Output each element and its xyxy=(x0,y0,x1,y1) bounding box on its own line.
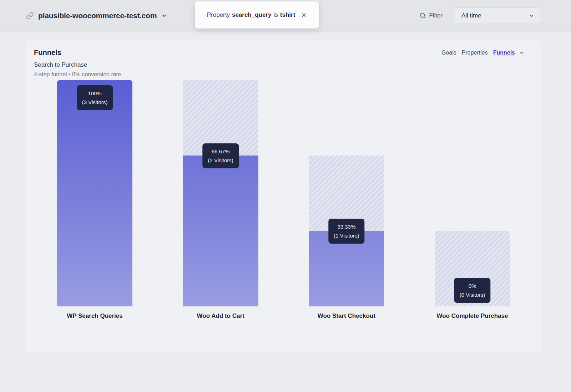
filter-value: tshirt xyxy=(280,11,295,19)
funnel-bar-converted xyxy=(183,156,258,306)
funnels-card: Funnels Goals Properties Funnels Search … xyxy=(26,40,541,353)
site-name: plausible-woocommerce-test.com xyxy=(38,11,157,20)
site-switcher[interactable]: plausible-woocommerce-test.com xyxy=(26,11,167,20)
tooltip-visitors: (1 Visitors) xyxy=(334,231,359,240)
step-label: Woo Complete Purchase xyxy=(436,312,508,320)
funnel-step-column: 0% (0 Visitors) Woo Complete Purchase xyxy=(435,231,510,320)
funnel-step-column: 33.33% (1 Visitors) Woo Start Checkout xyxy=(309,156,384,320)
tooltip-visitors: (3 Visitors) xyxy=(82,98,107,107)
funnel-bar[interactable]: 100% (3 Visitors) xyxy=(57,80,132,306)
step-label: Woo Start Checkout xyxy=(318,312,375,320)
search-icon xyxy=(419,12,426,19)
tab-properties[interactable]: Properties xyxy=(462,50,488,56)
active-filter-pill[interactable]: Property search_query is tshirt xyxy=(195,1,319,29)
funnel-meta: 4-step funnel • 0% conversion rate xyxy=(34,71,533,78)
tooltip-percentage: 33.33% xyxy=(334,222,359,231)
funnel-step-column: 66.67% (2 Visitors) Woo Add to Cart xyxy=(183,80,258,320)
tooltip-percentage: 100% xyxy=(82,89,107,98)
filter-prefix: Property xyxy=(207,11,230,19)
tooltip-percentage: 66.67% xyxy=(208,147,233,156)
tab-goals[interactable]: Goals xyxy=(441,50,456,56)
report-tabs: Goals Properties Funnels xyxy=(441,49,533,56)
filter-button[interactable]: Filter xyxy=(419,12,443,19)
funnel-chart: 100% (3 Visitors) WP Search Queries 66.6… xyxy=(34,93,533,320)
funnel-tooltip: 0% (0 Visitors) xyxy=(454,278,490,303)
chevron-down-icon[interactable] xyxy=(519,50,525,56)
funnel-tooltip: 33.33% (1 Visitors) xyxy=(328,219,364,244)
date-range-picker[interactable]: All time xyxy=(454,7,541,24)
funnel-bar[interactable]: 66.67% (2 Visitors) xyxy=(183,80,258,306)
tooltip-percentage: 0% xyxy=(460,281,485,290)
card-title: Funnels xyxy=(34,49,61,57)
remove-filter-icon[interactable] xyxy=(301,12,307,18)
chevron-down-icon xyxy=(161,12,167,19)
date-range-value: All time xyxy=(461,12,481,19)
funnel-name: Search to Purchase xyxy=(34,61,533,68)
tab-funnels[interactable]: Funnels xyxy=(493,50,515,56)
filter-button-label: Filter xyxy=(429,12,443,19)
filter-property: search_query xyxy=(232,11,272,19)
funnel-bar-converted xyxy=(57,80,132,306)
tooltip-visitors: (2 Visitors) xyxy=(208,156,233,165)
funnel-bar[interactable]: 33.33% (1 Visitors) xyxy=(309,156,384,306)
funnel-bar[interactable]: 0% (0 Visitors) xyxy=(435,231,510,306)
funnel-tooltip: 100% (3 Visitors) xyxy=(77,85,113,110)
step-label: Woo Add to Cart xyxy=(197,312,244,320)
funnel-step-column: 100% (3 Visitors) WP Search Queries xyxy=(57,80,132,320)
tooltip-visitors: (0 Visitors) xyxy=(460,290,485,299)
step-label: WP Search Queries xyxy=(67,312,123,320)
link-icon xyxy=(26,12,34,20)
funnel-tooltip: 66.67% (2 Visitors) xyxy=(202,143,238,168)
filter-verb: is xyxy=(274,11,278,19)
chevron-down-icon xyxy=(529,12,535,19)
